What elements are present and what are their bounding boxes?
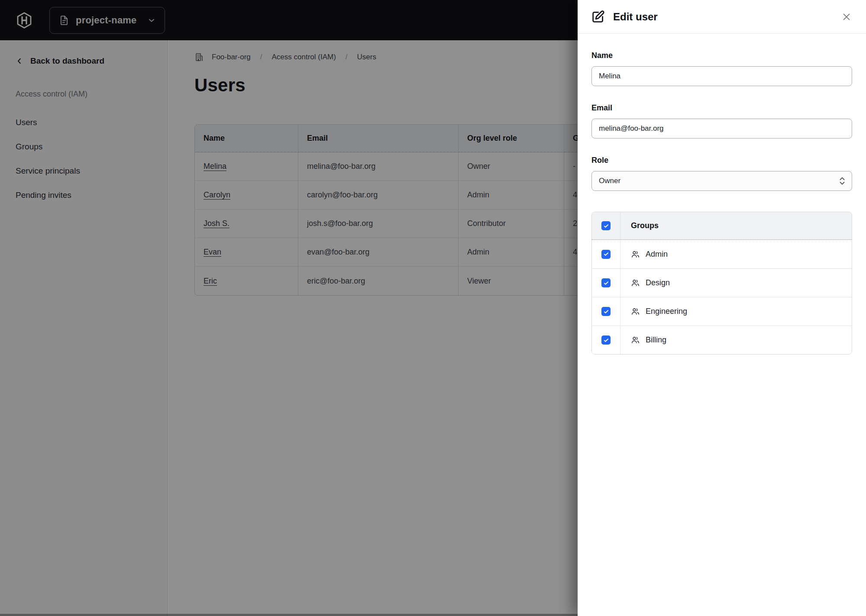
users-group-icon — [631, 335, 640, 345]
drawer-header: Edit user — [578, 0, 866, 34]
users-group-icon — [631, 278, 640, 287]
role-select-value: Owner — [599, 177, 620, 185]
groups-checklist: Groups Admin — [591, 212, 852, 355]
close-icon[interactable] — [840, 10, 853, 23]
group-label: Engineering — [646, 307, 687, 316]
group-label: Billing — [646, 335, 666, 345]
checkmark-icon — [603, 280, 609, 286]
group-checkbox-engineering[interactable] — [601, 307, 611, 316]
drawer-title: Edit user — [613, 11, 832, 23]
users-group-icon — [631, 250, 640, 259]
group-checkbox-admin[interactable] — [601, 250, 611, 259]
drawer-body: Name Email Role Owner — [578, 34, 866, 616]
checkmark-icon — [603, 251, 609, 257]
group-checkbox-billing[interactable] — [601, 335, 611, 345]
edit-icon — [591, 10, 605, 24]
groups-header-label-cell: Groups — [620, 212, 852, 239]
role-select-wrap: Owner — [591, 171, 852, 191]
group-checkbox-design[interactable] — [601, 278, 611, 287]
role-field-label: Role — [591, 156, 852, 165]
group-label: Admin — [646, 250, 668, 259]
groups-header-row: Groups — [592, 212, 852, 240]
name-field-group: Name — [591, 51, 852, 86]
group-row-billing: Billing — [592, 326, 852, 354]
email-input[interactable] — [591, 119, 852, 139]
name-field-label: Name — [591, 51, 852, 60]
role-field-group: Role Owner — [591, 156, 852, 191]
checkmark-icon — [603, 223, 609, 229]
group-row-engineering: Engineering — [592, 297, 852, 326]
users-group-icon — [631, 307, 640, 316]
edit-user-drawer: Edit user Name Email Role Owner — [578, 0, 866, 616]
checkmark-icon — [603, 309, 609, 315]
role-select[interactable]: Owner — [591, 171, 852, 191]
checkmark-icon — [603, 337, 609, 343]
groups-select-all-checkbox[interactable] — [601, 221, 611, 230]
groups-header-label: Groups — [631, 221, 659, 230]
group-row-design: Design — [592, 268, 852, 297]
email-field-label: Email — [591, 103, 852, 113]
group-row-admin: Admin — [592, 240, 852, 268]
group-label: Design — [646, 278, 670, 287]
email-field-group: Email — [591, 103, 852, 139]
name-input[interactable] — [591, 66, 852, 86]
